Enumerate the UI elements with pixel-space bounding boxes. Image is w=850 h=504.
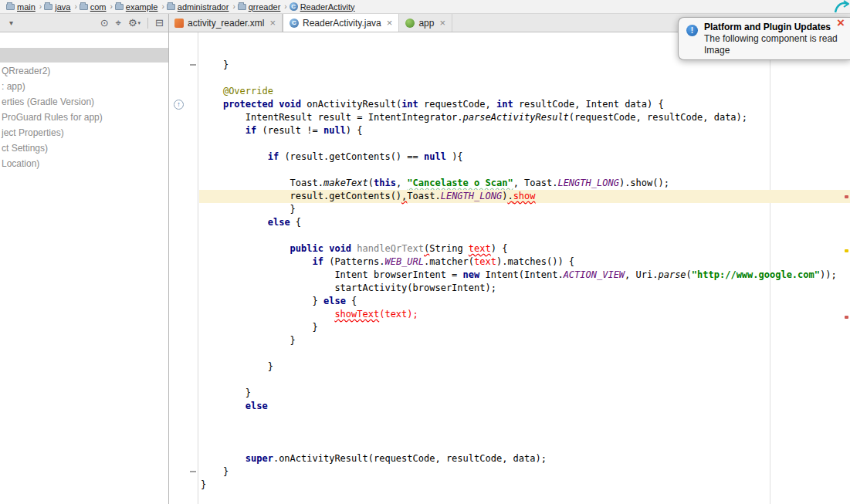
code-line[interactable] bbox=[199, 439, 850, 452]
breadcrumb-item-main[interactable]: main bbox=[6, 2, 36, 12]
code-token: } bbox=[201, 335, 296, 346]
fold-gutter-icon[interactable] bbox=[190, 64, 196, 66]
code-line[interactable]: else { bbox=[199, 216, 850, 229]
code-token: Toast. bbox=[407, 191, 440, 201]
code-token: super bbox=[246, 453, 273, 464]
code-line[interactable]: } else { bbox=[199, 295, 850, 308]
code-line[interactable] bbox=[199, 229, 850, 242]
breadcrumb-item-java[interactable]: java bbox=[44, 2, 70, 12]
tree-item[interactable]: : app) bbox=[0, 79, 168, 94]
code-line[interactable]: } bbox=[199, 334, 850, 347]
breadcrumb-separator: › bbox=[284, 2, 286, 11]
folder-icon bbox=[238, 4, 246, 10]
code-line[interactable]: } bbox=[199, 321, 850, 334]
breadcrumb-item-example[interactable]: example bbox=[115, 2, 158, 12]
tab-close-icon[interactable]: × bbox=[387, 17, 393, 29]
error-stripe-mark[interactable] bbox=[845, 249, 848, 252]
notification-component: Image bbox=[704, 45, 850, 56]
code-line[interactable]: Intent browserIntent = new Intent(Intent… bbox=[199, 269, 850, 282]
code-line[interactable]: showText(text); bbox=[199, 308, 850, 321]
code-line[interactable]: super.onActivityResult(requestCode, resu… bbox=[199, 452, 850, 465]
tab-activity-reader-xml[interactable]: activity_reader.xml× bbox=[168, 14, 283, 32]
breadcrumb-item-readeractivity[interactable]: CReaderActivity bbox=[290, 2, 355, 12]
code-line[interactable] bbox=[199, 374, 850, 387]
error-stripe-mark[interactable] bbox=[845, 195, 848, 198]
tree-item[interactable]: ject Properties) bbox=[0, 125, 168, 140]
code-token: .onActivityResult(requestCode, resultCod… bbox=[273, 453, 547, 464]
code-line[interactable]: IntentResult result = IntentIntegrator.p… bbox=[199, 111, 850, 124]
locate-icon[interactable]: ⊙ bbox=[100, 17, 109, 29]
code-line[interactable]: } bbox=[199, 387, 850, 400]
selected-tree-row[interactable] bbox=[0, 48, 168, 63]
code-line[interactable] bbox=[199, 426, 850, 439]
tab-app[interactable]: app× bbox=[399, 14, 452, 32]
code-area[interactable]: } @Override protected void onActivityRes… bbox=[199, 32, 850, 504]
code-token: result.getContents() bbox=[201, 191, 401, 201]
breadcrumb: main›java›com›example›administrador›qrre… bbox=[0, 0, 850, 14]
tree-item[interactable]: ct Settings) bbox=[0, 140, 168, 156]
code-token bbox=[201, 99, 223, 110]
code-line[interactable] bbox=[199, 72, 850, 85]
settings-icon[interactable]: ⚙▾ bbox=[128, 17, 141, 29]
panel-divider[interactable] bbox=[168, 14, 169, 504]
code-token: else bbox=[246, 401, 268, 411]
error-stripe-mark[interactable] bbox=[845, 316, 848, 319]
collapse-all-icon[interactable]: ⊟ bbox=[155, 17, 164, 29]
code-line[interactable] bbox=[199, 347, 850, 360]
code-line[interactable] bbox=[199, 137, 850, 151]
tab-close-icon[interactable]: × bbox=[269, 17, 276, 29]
tree-item[interactable]: ProGuard Rules for app) bbox=[0, 110, 168, 125]
code-line[interactable]: } bbox=[199, 360, 850, 374]
tab-readeractivity-java[interactable]: CReaderActivity.java× bbox=[283, 14, 399, 32]
code-token: Toast. bbox=[201, 178, 323, 188]
code-token: WEB_URL bbox=[384, 256, 424, 267]
folder-icon bbox=[167, 4, 175, 10]
code-token: )); bbox=[820, 269, 837, 280]
code-token: null bbox=[424, 151, 446, 162]
code-line[interactable] bbox=[199, 164, 850, 177]
code-token: .matcher( bbox=[424, 256, 474, 267]
error-stripe bbox=[843, 32, 850, 504]
close-icon[interactable]: × bbox=[837, 15, 845, 31]
code-line[interactable]: } bbox=[199, 479, 850, 492]
breadcrumb-item-administrador[interactable]: administrador bbox=[167, 2, 229, 12]
code-token bbox=[201, 125, 246, 136]
project-selector-caret-icon[interactable]: ▾ bbox=[9, 19, 13, 27]
code-token: , bbox=[396, 178, 407, 188]
code-token: null bbox=[323, 125, 346, 136]
code-line[interactable]: if (Patterns.WEB_URL.matcher(text).match… bbox=[199, 255, 850, 269]
code-line[interactable] bbox=[199, 413, 850, 426]
code-line[interactable]: startActivity(browserIntent); bbox=[199, 282, 850, 295]
code-token: requestCode, bbox=[418, 99, 496, 110]
code-token: ACTION_VIEW bbox=[564, 269, 625, 280]
tree-item[interactable]: erties (Gradle Version) bbox=[0, 94, 168, 110]
tree-item[interactable]: Location) bbox=[0, 156, 168, 171]
code-token: text bbox=[469, 243, 491, 254]
code-token bbox=[201, 401, 246, 411]
target-icon[interactable]: ⌖ bbox=[116, 17, 121, 29]
code-token: } bbox=[201, 387, 251, 398]
code-line[interactable]: else bbox=[199, 400, 850, 413]
code-line[interactable]: if (result != null) { bbox=[199, 124, 850, 137]
override-gutter-icon[interactable]: ↑ bbox=[174, 100, 184, 110]
tab-label: activity_reader.xml bbox=[188, 18, 264, 29]
code-line[interactable]: if (result.getContents() == null ){ bbox=[199, 151, 850, 164]
breadcrumb-separator: › bbox=[110, 2, 113, 11]
tree-item[interactable]: QRreader2) bbox=[0, 63, 168, 79]
code-token: } bbox=[201, 59, 229, 70]
code-line[interactable]: public void handleQrText(String text) { bbox=[199, 242, 850, 255]
breadcrumb-item-com[interactable]: com bbox=[80, 2, 107, 12]
code-token: Intent(Intent. bbox=[479, 269, 563, 280]
code-line[interactable]: result.getContents(),Toast.LENGTH_LONG).… bbox=[199, 190, 850, 203]
code-line[interactable]: Toast.makeText(this, "Cancelaste o Scan"… bbox=[199, 177, 850, 190]
breadcrumb-item-qrreader[interactable]: qrreader bbox=[238, 2, 281, 12]
fold-gutter-icon[interactable] bbox=[190, 471, 196, 472]
code-line[interactable]: } bbox=[199, 203, 850, 216]
tab-close-icon[interactable]: × bbox=[439, 17, 445, 29]
code-line[interactable]: @Override bbox=[199, 85, 850, 98]
code-line[interactable]: } bbox=[199, 59, 850, 72]
code-line[interactable]: protected void onActivityResult(int requ… bbox=[199, 98, 850, 111]
code-line[interactable]: } bbox=[199, 465, 850, 479]
code-token: new bbox=[463, 269, 480, 280]
code-token: ( bbox=[368, 178, 374, 188]
